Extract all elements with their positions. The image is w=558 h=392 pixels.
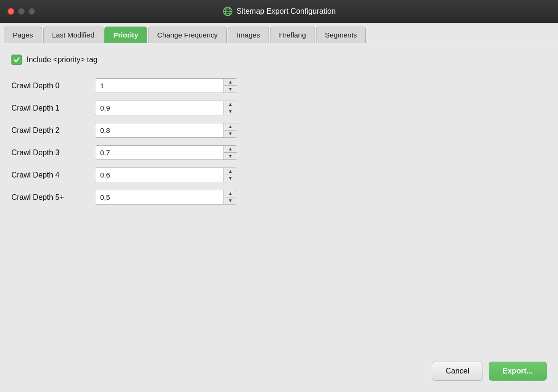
crawl-depth-4-down-button[interactable]: ▼: [224, 175, 237, 182]
tab-change-frequency[interactable]: Change Frequency: [148, 27, 227, 43]
crawl-depth-1-spinner-buttons: ▲ ▼: [223, 101, 237, 115]
main-content: Pages Last Modified Priority Change Freq…: [0, 23, 558, 392]
crawl-depth-0-input[interactable]: [95, 79, 223, 93]
include-priority-row: Include <priority> tag: [11, 55, 547, 65]
tab-hreflang[interactable]: Hreflang: [270, 27, 315, 43]
checkmark-icon: [13, 56, 20, 63]
crawl-depth-1-spinner: ▲ ▼: [95, 101, 237, 115]
tab-segments[interactable]: Segments: [316, 27, 366, 43]
crawl-depth-5-up-button[interactable]: ▲: [224, 190, 237, 197]
crawl-depth-5-input[interactable]: [95, 190, 223, 204]
include-priority-checkbox[interactable]: [11, 55, 22, 65]
traffic-lights: [8, 8, 35, 15]
maximize-button[interactable]: [28, 8, 35, 15]
crawl-depth-0-spinner-buttons: ▲ ▼: [223, 79, 237, 93]
crawl-depth-0-row: Crawl Depth 0 ▲ ▼: [11, 78, 547, 93]
crawl-depth-2-spinner-buttons: ▲ ▼: [223, 123, 237, 137]
crawl-depth-1-label: Crawl Depth 1: [11, 104, 87, 112]
minimize-button[interactable]: [18, 8, 25, 15]
crawl-depth-0-label: Crawl Depth 0: [11, 82, 87, 90]
export-button[interactable]: Export...: [489, 362, 547, 381]
crawl-depth-1-up-button[interactable]: ▲: [224, 101, 237, 108]
crawl-depth-3-input[interactable]: [95, 146, 223, 159]
cancel-button[interactable]: Cancel: [432, 362, 483, 381]
crawl-depth-2-down-button[interactable]: ▼: [224, 131, 237, 137]
tab-pages[interactable]: Pages: [4, 27, 42, 43]
crawl-depth-3-spinner: ▲ ▼: [95, 145, 237, 160]
crawl-depth-5-label: Crawl Depth 5+: [11, 193, 87, 202]
crawl-depth-3-up-button[interactable]: ▲: [224, 146, 237, 153]
crawl-depth-4-spinner: ▲ ▼: [95, 168, 237, 182]
close-button[interactable]: [8, 8, 14, 15]
crawl-depth-5-down-button[interactable]: ▼: [224, 197, 237, 204]
crawl-depth-4-label: Crawl Depth 4: [11, 171, 87, 179]
crawl-depth-4-row: Crawl Depth 4 ▲ ▼: [11, 168, 547, 182]
crawl-depth-4-up-button[interactable]: ▲: [224, 168, 237, 175]
crawl-depth-0-down-button[interactable]: ▼: [224, 86, 237, 93]
crawl-depth-5-row: Crawl Depth 5+ ▲ ▼: [11, 190, 547, 205]
crawl-depth-1-row: Crawl Depth 1 ▲ ▼: [11, 101, 547, 115]
crawl-depth-1-down-button[interactable]: ▼: [224, 108, 237, 115]
tabs-bar: Pages Last Modified Priority Change Freq…: [0, 23, 558, 43]
crawl-depth-2-label: Crawl Depth 2: [11, 126, 87, 135]
crawl-depth-5-spinner-buttons: ▲ ▼: [223, 190, 237, 204]
crawl-depth-3-row: Crawl Depth 3 ▲ ▼: [11, 145, 547, 160]
window-title: Sitemap Export Configuration: [237, 7, 336, 16]
tab-priority[interactable]: Priority: [104, 27, 148, 43]
crawl-depth-3-spinner-buttons: ▲ ▼: [223, 146, 237, 159]
crawl-depth-3-label: Crawl Depth 3: [11, 149, 87, 157]
title-bar: Sitemap Export Configuration: [0, 0, 558, 23]
crawl-depths-list: Crawl Depth 0 ▲ ▼ Crawl Depth 1 ▲ ▼: [11, 78, 547, 205]
tab-images[interactable]: Images: [228, 27, 269, 43]
crawl-depth-0-spinner: ▲ ▼: [95, 78, 237, 93]
crawl-depth-4-spinner-buttons: ▲ ▼: [223, 168, 237, 182]
crawl-depth-0-up-button[interactable]: ▲: [224, 79, 237, 86]
crawl-depth-3-down-button[interactable]: ▼: [224, 153, 237, 159]
crawl-depth-2-input[interactable]: [95, 123, 223, 137]
content-area: Include <priority> tag Crawl Depth 0 ▲ ▼…: [0, 43, 558, 343]
window-title-container: Sitemap Export Configuration: [223, 6, 336, 17]
globe-icon: [223, 6, 233, 17]
crawl-depth-5-spinner: ▲ ▼: [95, 190, 237, 205]
crawl-depth-4-input[interactable]: [95, 168, 223, 182]
crawl-depth-2-spinner: ▲ ▼: [95, 123, 237, 138]
tab-last-modified[interactable]: Last Modified: [43, 27, 103, 43]
footer-buttons: Cancel Export...: [0, 343, 558, 392]
crawl-depth-1-input[interactable]: [95, 101, 223, 115]
crawl-depth-2-up-button[interactable]: ▲: [224, 123, 237, 131]
include-priority-label: Include <priority> tag: [27, 56, 97, 64]
crawl-depth-2-row: Crawl Depth 2 ▲ ▼: [11, 123, 547, 138]
